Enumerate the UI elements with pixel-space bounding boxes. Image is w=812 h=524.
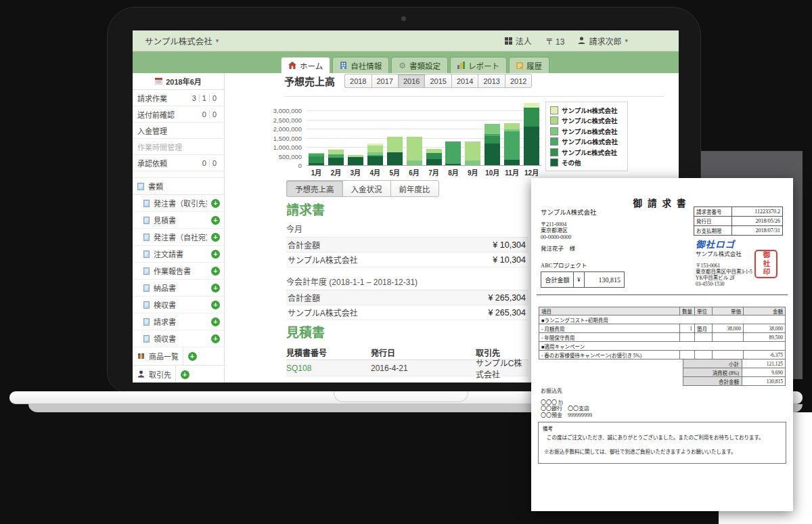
legend-item: サンプルB株式会社 bbox=[550, 126, 623, 137]
add-icon[interactable]: + bbox=[188, 352, 197, 361]
tab-history[interactable]: 履歴 bbox=[509, 57, 549, 73]
year-button-2012[interactable]: 2012 bbox=[505, 74, 532, 88]
tab-report[interactable]: レポート bbox=[450, 57, 507, 73]
bill-row[interactable]: 合計金額¥ 265,304 bbox=[286, 290, 528, 305]
quotes-header: 発行日 bbox=[371, 347, 476, 358]
legend-swatch bbox=[550, 158, 558, 167]
add-icon[interactable]: + bbox=[211, 233, 220, 242]
bar-segment-サンプルG株式会社 bbox=[504, 131, 520, 160]
y-tick-label: 1,500,000 bbox=[254, 135, 302, 142]
company-selector[interactable]: サンプル株式会社 ▾ bbox=[145, 35, 219, 47]
year-button-2014[interactable]: 2014 bbox=[451, 74, 478, 88]
invoice-items-table: 項目数量単位単価金額■ランニングコスト+初期費用- 月額費用1箇月38,0003… bbox=[539, 307, 786, 386]
year-button-2016[interactable]: 2016 bbox=[398, 74, 424, 88]
sidebar-doc-注文請書[interactable]: 注文請書+ bbox=[133, 246, 224, 263]
year-button-2015[interactable]: 2015 bbox=[424, 74, 451, 88]
remarks-line: ※お振込手数料に関しては、御社で別途ご負担いただきますようお願いいたします。 bbox=[544, 447, 782, 455]
items-total-row: 消費税 (8%)9,690 bbox=[539, 368, 786, 377]
tab-company-info[interactable]: 自社情報 bbox=[332, 57, 389, 73]
items-row: ■ランニングコスト+初期費用 bbox=[539, 315, 786, 324]
bill-period: 今会計年度 (2018-1-1 – 2018-12-31) bbox=[286, 275, 528, 290]
add-icon[interactable]: + bbox=[211, 267, 220, 276]
legend-swatch bbox=[550, 106, 558, 114]
bar-segment-サンプルE株式会社 bbox=[309, 156, 324, 163]
sidebar-item-商品一覧[interactable]: 商品一覧+ bbox=[133, 347, 224, 366]
issuer-phone: 03-4550-1530 bbox=[696, 281, 752, 287]
chart-bar-7月 bbox=[426, 149, 442, 165]
quote-number-link[interactable]: SQ108 bbox=[286, 364, 311, 373]
quotes-row[interactable]: SQ1082016-4-21サンプルC株式会社 bbox=[286, 360, 528, 376]
chart-bar-1月 bbox=[309, 153, 324, 165]
year-button-2013[interactable]: 2013 bbox=[478, 74, 504, 88]
tab-doc-settings-label: 書類設定 bbox=[409, 60, 441, 71]
bar-segment-その他 bbox=[426, 159, 442, 165]
bar-segment-サンプルH株式会社 bbox=[524, 103, 539, 108]
bill-row-label: サンプルA株式会社 bbox=[288, 254, 358, 265]
year-button-2018[interactable]: 2018 bbox=[344, 74, 371, 88]
sidebar-doc-作業報告書[interactable]: 作業報告書+ bbox=[133, 263, 224, 280]
item-unit-cell bbox=[694, 351, 712, 359]
sidebar-doc-発注書（自社宛）[interactable]: 発注書（自社宛）+ bbox=[133, 229, 224, 246]
bill-row[interactable]: サンプルA株式会社¥ 10,304 bbox=[286, 253, 528, 267]
sidebar-doc-納品書[interactable]: 納品書+ bbox=[133, 280, 224, 297]
view-button-予想売上高[interactable]: 予想売上高 bbox=[286, 180, 342, 197]
sidebar-other-list: 商品一覧+取引先+メンバー+ bbox=[133, 347, 224, 383]
add-icon[interactable]: + bbox=[211, 334, 220, 343]
sidebar-doc-請求書[interactable]: 請求書+ bbox=[133, 313, 224, 330]
bar-segment-サンプルE株式会社 bbox=[484, 136, 500, 144]
corp-switch[interactable]: 法人 bbox=[505, 35, 532, 47]
add-icon[interactable]: + bbox=[211, 284, 220, 292]
tab-home[interactable]: ホーム bbox=[281, 57, 330, 73]
item-name-cell: - 年間保守費用 bbox=[539, 333, 679, 341]
view-button-入金状況[interactable]: 入金状況 bbox=[342, 180, 390, 197]
items-header-cell: 数量 bbox=[679, 307, 694, 315]
task-count: 0 bbox=[209, 94, 219, 102]
task-label: 送付前確認 bbox=[137, 109, 200, 120]
chevron-down-icon: ▾ bbox=[625, 37, 628, 44]
sidebar-task-作業時間管理: 作業時間管理 bbox=[133, 139, 224, 155]
sidebar-item-取引先[interactable]: 取引先+ bbox=[133, 366, 224, 383]
chart-bar-10月 bbox=[484, 124, 500, 165]
corp-label: 法人 bbox=[516, 35, 532, 47]
gridline bbox=[307, 120, 541, 121]
add-icon[interactable]: + bbox=[211, 216, 220, 225]
sidebar-doc-発注書（取引先宛）[interactable]: 発注書（取引先宛）+ bbox=[133, 195, 224, 212]
year-button-2017[interactable]: 2017 bbox=[371, 74, 398, 88]
legend-label: サンプルE株式会社 bbox=[562, 148, 617, 157]
products-icon bbox=[137, 352, 145, 361]
sidebar-month-header[interactable]: 2018年6月 bbox=[133, 73, 224, 90]
tab-report-label: レポート bbox=[468, 60, 499, 71]
chevron-down-icon: ▾ bbox=[216, 37, 219, 44]
sidebar-doc-領収書[interactable]: 領収書+ bbox=[133, 330, 224, 347]
tab-doc-settings[interactable]: ⚙ 書類設定 bbox=[391, 57, 448, 73]
user-icon bbox=[578, 37, 585, 45]
sidebar-task-請求作業[interactable]: 請求作業310 bbox=[133, 90, 224, 106]
user-menu[interactable]: 請求次郎 ▾ bbox=[578, 35, 628, 47]
recipient-phone: 00-0000-0000 bbox=[541, 234, 597, 241]
sidebar-task-承認依頼[interactable]: 承認依頼00 bbox=[133, 155, 224, 171]
chart-legend: サンプルH株式会社サンプルC株式会社サンプルB株式会社サンプルG株式会社サンプル… bbox=[545, 102, 628, 171]
item-price-cell bbox=[712, 333, 743, 341]
clients-icon bbox=[137, 370, 145, 379]
sidebar-task-入金管理[interactable]: 入金管理 bbox=[133, 123, 224, 139]
bar-chart-icon bbox=[457, 62, 465, 69]
add-icon[interactable]: + bbox=[211, 318, 220, 326]
bill-row-label: 合計金額 bbox=[288, 239, 320, 250]
invoice-meta-row: お支払期限2018/07/31 bbox=[694, 226, 782, 236]
sidebar-task-送付前確認[interactable]: 送付前確認00 bbox=[133, 106, 224, 123]
add-icon[interactable]: + bbox=[211, 199, 220, 208]
add-icon[interactable]: + bbox=[211, 301, 220, 309]
view-button-前年度比[interactable]: 前年度比 bbox=[390, 180, 439, 197]
add-icon[interactable]: + bbox=[181, 370, 189, 379]
sidebar-doc-検収書[interactable]: 検収書+ bbox=[133, 297, 224, 313]
bill-row-amount: ¥ 265,304 bbox=[488, 293, 526, 303]
bill-row[interactable]: 合計金額¥ 10,304 bbox=[286, 238, 528, 253]
add-icon[interactable]: + bbox=[211, 250, 220, 259]
sidebar-docs-header[interactable]: 書類 bbox=[133, 178, 224, 195]
issuer-postal: 〒153-0061 bbox=[696, 263, 752, 269]
items-total-row: 小計121,125 bbox=[539, 359, 786, 368]
task-label: 承認依頼 bbox=[137, 158, 200, 169]
sidebar-doc-見積書[interactable]: 見積書+ bbox=[133, 212, 224, 229]
document-icon bbox=[143, 200, 150, 207]
bill-row[interactable]: サンプルA株式会社¥ 265,304 bbox=[286, 305, 528, 320]
